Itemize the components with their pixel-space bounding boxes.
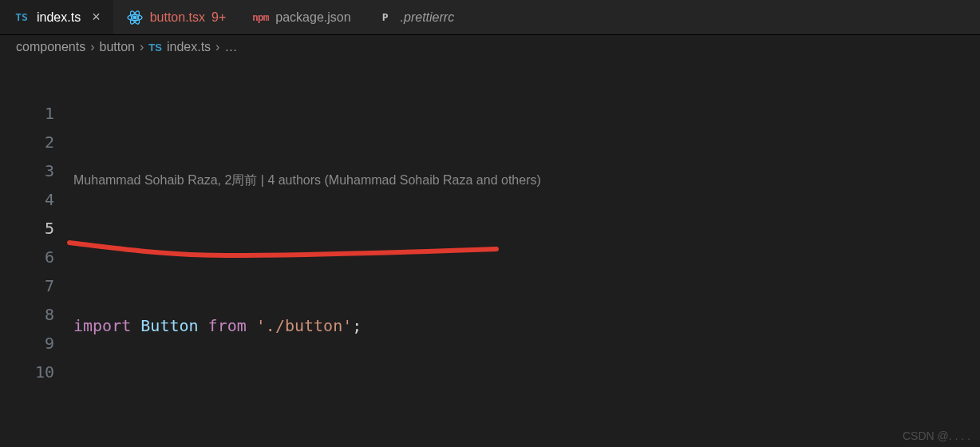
line-number: 8 — [0, 300, 54, 329]
close-icon[interactable]: × — [92, 9, 101, 26]
line-number: 2 — [0, 128, 54, 156]
chevron-right-icon: › — [140, 40, 144, 54]
line-number-current: 5 — [0, 214, 54, 243]
ts-file-icon: TS — [13, 9, 30, 26]
tab-package-json[interactable]: npm package.json — [239, 0, 363, 34]
code-area[interactable]: Muhammad Sohaib Raza, 2周前 | 4 authors (M… — [73, 80, 980, 447]
line-number: 10 — [0, 358, 54, 386]
chevron-right-icon: › — [215, 40, 219, 54]
breadcrumb-segment[interactable]: components — [16, 40, 85, 54]
tab-bar: TS index.ts × button.tsx 9+ npm package.… — [0, 0, 980, 35]
tab-button-tsx[interactable]: button.tsx 9+ — [113, 0, 239, 34]
npm-file-icon: npm — [251, 9, 269, 26]
tab-label: .prettierrc — [401, 10, 455, 25]
token-identifier: Button — [140, 316, 198, 335]
token-semi: ; — [352, 316, 362, 335]
breadcrumb[interactable]: components › button › TS index.ts › … — [0, 35, 980, 61]
ts-file-icon: TS — [148, 42, 162, 53]
breadcrumb-segment[interactable]: button — [100, 40, 135, 54]
line-number: 4 — [0, 185, 54, 214]
line-number-gutter: 1 2 3 4 5 6 7 8 9 10 — [0, 80, 73, 447]
token-keyword: from — [208, 316, 247, 335]
codelens-authors[interactable]: Muhammad Sohaib Raza, 2周前 | 4 authors (M… — [73, 166, 980, 195]
tab-label: package.json — [275, 10, 350, 25]
line-number: 6 — [0, 243, 54, 271]
svg-point-0 — [133, 16, 136, 19]
tab-index-ts[interactable]: TS index.ts × — [0, 0, 113, 34]
breadcrumb-segment[interactable]: index.ts — [167, 40, 211, 54]
watermark: CSDN @. . . . — [903, 429, 970, 442]
line-number: 3 — [0, 156, 54, 185]
chevron-right-icon: › — [90, 40, 94, 54]
code-line[interactable]: import Button from './button'; — [73, 311, 980, 340]
token-string: './button' — [256, 316, 352, 335]
prettier-file-icon: P — [377, 9, 394, 26]
tab-label: button.tsx — [150, 10, 205, 25]
breadcrumb-tail[interactable]: … — [224, 40, 237, 54]
token-keyword: import — [73, 316, 131, 335]
editor-pane[interactable]: 1 2 3 4 5 6 7 8 9 10 Muhammad Sohaib Raz… — [0, 61, 980, 447]
line-number: 7 — [0, 271, 54, 300]
react-file-icon — [126, 9, 144, 26]
line-number: 1 — [0, 99, 54, 128]
tab-label: index.ts — [37, 10, 81, 25]
diff-badge: 9+ — [211, 10, 226, 25]
line-number: 9 — [0, 329, 54, 358]
annotation-underline — [65, 238, 512, 262]
tab-prettierrc[interactable]: P .prettierrc — [364, 0, 468, 34]
